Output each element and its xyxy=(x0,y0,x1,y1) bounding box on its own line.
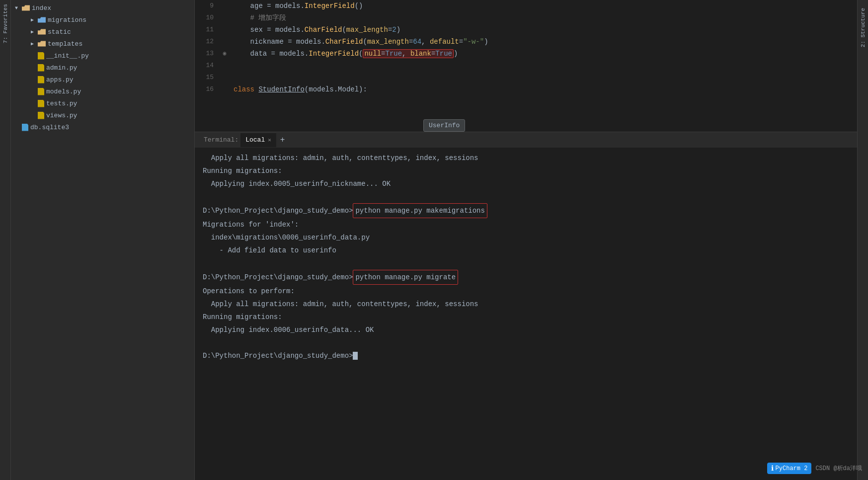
terminal-line-6: Migrations for 'index': xyxy=(203,218,849,231)
terminal-header: Terminal: Local ✕ + xyxy=(195,132,857,148)
terminal-area: Terminal: Local ✕ + Apply all migrations… xyxy=(195,132,857,480)
tree-label-apps: apps.py xyxy=(46,76,74,83)
terminal-line-13: Running migrations: xyxy=(203,311,849,323)
py-file-icon-models xyxy=(38,88,44,95)
tooltip-text: UserInfo xyxy=(429,122,460,129)
terminal-label: Terminal: xyxy=(199,133,240,147)
file-tree: ▼ index ▶ migrations ▶ static ▶ template… xyxy=(11,0,194,480)
folder-icon-templates xyxy=(38,40,46,47)
py-file-icon-admin xyxy=(38,64,44,72)
terminal-line-1: Apply all migrations: admin, auth, conte… xyxy=(203,152,849,164)
line-content-10: # 增加字段 xyxy=(230,12,857,24)
terminal-add-tab-button[interactable]: + xyxy=(276,136,289,145)
terminal-line-3: Applying index.0005_userinfo_nickname...… xyxy=(203,177,849,190)
py-file-icon-init xyxy=(38,52,44,60)
db-file-icon xyxy=(22,124,28,131)
py-file-icon-views xyxy=(38,112,44,119)
structure-tab-panel: 2: Structure xyxy=(857,0,868,480)
line-num-16: 16 xyxy=(195,83,220,95)
line-content-13: data = models.IntegerField(null=True, bl… xyxy=(230,48,857,60)
expand-arrow-icon-static: ▶ xyxy=(31,29,37,35)
terminal-line-2: Running migrations: xyxy=(203,164,849,177)
expand-arrow-icon-migrations: ▶ xyxy=(31,17,37,23)
line-num-13: 13 xyxy=(195,48,220,60)
folder-icon-migrations xyxy=(38,16,46,23)
terminal-line-14: Applying index.0006_userinfo_data... OK xyxy=(203,323,849,336)
code-line-12: 12 nickname = models.CharField(max_lengt… xyxy=(195,36,857,48)
code-line-13: 13 ◉ data = models.IntegerField(null=Tru… xyxy=(195,48,857,60)
terminal-content: Apply all migrations: admin, auth, conte… xyxy=(195,148,857,480)
tree-item-templates[interactable]: ▶ templates xyxy=(11,38,194,50)
file-tree-sidebar: ▼ index ▶ migrations ▶ static ▶ template… xyxy=(11,0,195,480)
terminal-line-5: D:\Python_Project\django_study_demo>pyth… xyxy=(203,203,849,218)
terminal-tab-local[interactable]: Local ✕ xyxy=(240,133,276,147)
line-num-14: 14 xyxy=(195,60,220,72)
structure-tab[interactable]: 2: Structure xyxy=(859,4,868,51)
pycharm-label: PyCharm 2 xyxy=(776,465,808,472)
watermark: ℹ PyCharm 2 CSDN @析da洋哦 xyxy=(767,463,862,474)
tree-item-index[interactable]: ▼ index xyxy=(11,2,194,14)
line-num-12: 12 xyxy=(195,36,220,48)
line-content-9: age = models.IntegerField() xyxy=(230,0,857,12)
left-edge-tabs: 7: Favorites xyxy=(0,0,11,480)
terminal-tab-local-label: Local xyxy=(245,136,265,144)
terminal-line-16: D:\Python_Project\django_study_demo> xyxy=(203,349,849,362)
terminal-line-9 xyxy=(203,257,849,270)
line-num-10: 10 xyxy=(195,12,220,24)
tree-item-static[interactable]: ▶ static xyxy=(11,26,194,38)
tree-label-views: views.py xyxy=(46,112,77,119)
tree-label-tests: tests.py xyxy=(46,100,77,107)
terminal-line-15 xyxy=(203,336,849,349)
code-editor: 9 age = models.IntegerField() 10 # 增加字段 … xyxy=(195,0,857,132)
code-line-9: 9 age = models.IntegerField() xyxy=(195,0,857,12)
code-line-15: 15 xyxy=(195,72,857,83)
expand-arrow-icon: ▼ xyxy=(15,5,21,11)
tree-item-views[interactable]: ▶ views.py xyxy=(11,109,194,121)
tree-item-models[interactable]: ▶ models.py xyxy=(11,85,194,97)
tree-item-init[interactable]: ▶ __init__.py xyxy=(11,50,194,62)
tree-label-init: __init__.py xyxy=(46,52,89,60)
tree-label-admin: admin.py xyxy=(46,64,77,72)
terminal-line-10: D:\Python_Project\django_study_demo>pyth… xyxy=(203,270,849,285)
py-file-icon-tests xyxy=(38,100,44,107)
line-content-11: sex = models.CharField(max_length=2) xyxy=(230,24,857,36)
tree-label-migrations: migrations xyxy=(48,16,86,24)
folder-icon xyxy=(22,4,30,11)
terminal-line-4 xyxy=(203,190,849,203)
line-num-9: 9 xyxy=(195,0,220,12)
terminal-line-7: index\migrations\0006_userinfo_data.py xyxy=(203,231,849,244)
line-content-16: class StudentInfo(models.Model): xyxy=(230,83,857,95)
favorites-tab[interactable]: 7: Favorites xyxy=(1,0,10,47)
tree-item-admin[interactable]: ▶ admin.py xyxy=(11,62,194,74)
tree-label-static: static xyxy=(48,28,71,36)
code-line-10: 10 # 增加字段 xyxy=(195,12,857,24)
tree-item-migrations[interactable]: ▶ migrations xyxy=(11,14,194,26)
py-file-icon-apps xyxy=(38,76,44,83)
code-line-16: 16 class StudentInfo(models.Model): xyxy=(195,83,857,95)
main-area: 9 age = models.IntegerField() 10 # 增加字段 … xyxy=(195,0,857,480)
cmd2-box: python manage.py migrate xyxy=(353,270,458,285)
code-lines: 9 age = models.IntegerField() 10 # 增加字段 … xyxy=(195,0,857,95)
info-icon: ℹ xyxy=(771,464,774,473)
tree-item-apps[interactable]: ▶ apps.py xyxy=(11,74,194,85)
tree-label-db: db.sqlite3 xyxy=(30,124,69,131)
csdn-label: CSDN @析da洋哦 xyxy=(815,464,862,473)
tree-label-templates: templates xyxy=(48,40,82,48)
pycharm-badge: ℹ PyCharm 2 xyxy=(767,463,812,474)
code-line-14: 14 xyxy=(195,60,857,72)
tree-label-models: models.py xyxy=(46,88,81,95)
line-content-12: nickname = models.CharField(max_length=6… xyxy=(230,36,857,48)
bookmark-icon-13: ◉ xyxy=(223,48,226,60)
line-num-11: 11 xyxy=(195,24,220,36)
line-content-14 xyxy=(230,60,857,72)
terminal-line-11: Operations to perform: xyxy=(203,285,849,298)
gutter-13: ◉ xyxy=(220,48,230,60)
tree-item-db[interactable]: ▶ db.sqlite3 xyxy=(11,121,194,133)
terminal-tab-close-icon[interactable]: ✕ xyxy=(268,137,271,143)
tree-item-tests[interactable]: ▶ tests.py xyxy=(11,97,194,109)
line-content-15 xyxy=(230,72,857,83)
line-num-15: 15 xyxy=(195,72,220,83)
terminal-cursor xyxy=(353,352,358,360)
tree-label-index: index xyxy=(32,4,51,12)
tooltip-popup: UserInfo xyxy=(423,119,465,132)
